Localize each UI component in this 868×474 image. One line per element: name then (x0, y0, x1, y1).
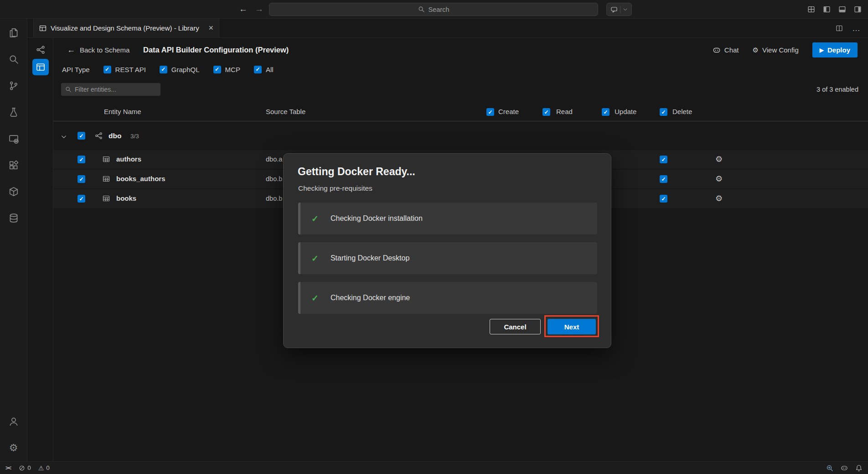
error-count: 0 (27, 464, 31, 471)
explorer-icon[interactable] (0, 20, 27, 46)
forward-arrow-icon[interactable]: → (255, 4, 264, 14)
tab-visualize-design-schema[interactable]: Visualize and Design Schema (Preview) - … (33, 19, 219, 37)
source-table: dbo.b (266, 195, 282, 202)
customize-layout-icon[interactable] (807, 5, 815, 13)
webview-content: ← Back to Schema Data API Builder Config… (27, 38, 868, 461)
cancel-button[interactable]: Cancel (490, 319, 541, 334)
deploy-button[interactable]: ▶ Deploy (812, 42, 858, 57)
copilot-menu-button[interactable] (606, 3, 632, 16)
chat-bubble-icon (610, 6, 618, 13)
schema-table-icon (39, 25, 46, 32)
check-icon: ✓ (311, 214, 319, 224)
table-icon (103, 156, 110, 163)
graphql-checkbox[interactable]: GraphQL (160, 66, 200, 73)
database-icon[interactable] (0, 205, 27, 231)
enabled-summary: 3 of 3 enabled (816, 86, 858, 93)
editor-area: Visualize and Design Schema (Preview) - … (27, 19, 868, 461)
titlebar-layout-controls (807, 5, 862, 13)
chevron-down-icon[interactable] (61, 134, 67, 140)
tabbar-actions: … (836, 19, 861, 38)
page-title: Data API Builder Configuration (Preview) (143, 46, 289, 54)
row-settings-gear-icon[interactable]: ⚙ (715, 155, 723, 163)
step-docker-installation: ✓ Checking Docker installation (298, 203, 597, 234)
schema-group-row[interactable]: dbo 3/3 (53, 125, 868, 147)
dab-config-page: ← Back to Schema Data API Builder Config… (53, 38, 868, 461)
toggle-panel-icon[interactable] (838, 5, 846, 13)
entity-name: authors (116, 155, 141, 163)
col-read: Read (556, 108, 573, 115)
all-checkbox[interactable]: All (254, 66, 274, 73)
group-checkbox[interactable] (78, 132, 85, 140)
table-icon (103, 175, 110, 182)
errors-status[interactable]: 0 (19, 464, 31, 471)
play-icon: ▶ (820, 47, 824, 53)
chat-button[interactable]: Chat (713, 46, 739, 54)
back-arrow-icon[interactable]: ← (239, 4, 248, 14)
docker-package-icon[interactable] (0, 178, 27, 205)
checkbox-checked[interactable] (160, 66, 167, 73)
read-all-checkbox[interactable] (542, 108, 550, 116)
row-checkbox[interactable] (78, 195, 85, 203)
notifications-bell-icon[interactable] (855, 464, 863, 472)
delete-all-checkbox[interactable] (660, 108, 667, 116)
checkbox-checked[interactable] (213, 66, 221, 73)
history-nav: ← → (239, 4, 264, 14)
mcp-checkbox[interactable]: MCP (213, 66, 240, 73)
schema-visualize-icon[interactable] (32, 42, 49, 58)
toggle-secondary-sidebar-icon[interactable] (854, 5, 862, 13)
col-update: Update (615, 108, 636, 115)
source-control-icon[interactable] (0, 73, 27, 99)
row-checkbox[interactable] (78, 175, 85, 183)
row-settings-gear-icon[interactable]: ⚙ (715, 175, 723, 183)
extensions-icon[interactable] (0, 152, 27, 178)
statusbar-right (826, 464, 863, 472)
table-icon (103, 195, 110, 202)
more-actions-icon[interactable]: … (852, 24, 861, 33)
back-to-schema-link[interactable]: ← Back to Schema (67, 45, 129, 55)
back-arrow-icon: ← (67, 45, 75, 55)
next-button[interactable]: Next (548, 319, 596, 334)
search-icon (418, 6, 425, 13)
view-config-button[interactable]: ⚙ View Config (753, 46, 799, 54)
command-center-search[interactable]: Search (269, 3, 598, 16)
settings-gear-icon[interactable]: ⚙ (0, 435, 27, 461)
search-sidebar-icon[interactable] (0, 46, 27, 73)
toggle-primary-sidebar-icon[interactable] (823, 5, 831, 13)
row-settings-gear-icon[interactable]: ⚙ (715, 194, 723, 203)
split-editor-icon[interactable] (836, 25, 843, 32)
delete-checkbox[interactable] (660, 195, 667, 203)
status-bar: >< 0 ⚠ 0 (0, 461, 868, 474)
update-all-checkbox[interactable] (602, 108, 610, 116)
divider (620, 6, 620, 13)
checkbox-checked[interactable] (254, 66, 262, 73)
tab-title: Visualize and Design Schema (Preview) - … (51, 24, 199, 32)
account-icon[interactable] (0, 408, 27, 435)
source-table: dbo.a (266, 156, 282, 163)
view-config-label: View Config (762, 46, 799, 54)
tab-bar: Visualize and Design Schema (Preview) - … (27, 19, 868, 38)
delete-checkbox[interactable] (660, 156, 667, 163)
row-checkbox[interactable] (78, 156, 85, 163)
remote-indicator-icon[interactable]: >< (5, 464, 10, 471)
close-icon[interactable]: × (208, 23, 213, 33)
warnings-status[interactable]: ⚠ 0 (38, 464, 50, 472)
checkbox-checked[interactable] (103, 66, 111, 73)
graphql-label: GraphQL (171, 66, 200, 73)
titlebar: ← → Search (0, 0, 868, 19)
filter-entities-input[interactable] (61, 83, 160, 96)
warning-icon: ⚠ (38, 464, 44, 472)
all-label: All (266, 66, 274, 73)
rest-api-checkbox[interactable]: REST API (103, 66, 146, 73)
delete-checkbox[interactable] (660, 175, 667, 183)
dab-config-icon[interactable] (32, 59, 49, 75)
schema-icon (95, 132, 103, 140)
source-table: dbo.b (266, 175, 282, 182)
zoom-in-icon[interactable] (826, 464, 833, 472)
search-placeholder: Search (429, 6, 450, 13)
test-flask-icon[interactable] (0, 99, 27, 125)
back-label: Back to Schema (80, 46, 129, 54)
create-all-checkbox[interactable] (486, 108, 494, 116)
remote-explorer-icon[interactable] (0, 125, 27, 152)
step-docker-engine: ✓ Checking Docker engine (298, 282, 597, 314)
copilot-status-icon[interactable] (841, 464, 848, 472)
